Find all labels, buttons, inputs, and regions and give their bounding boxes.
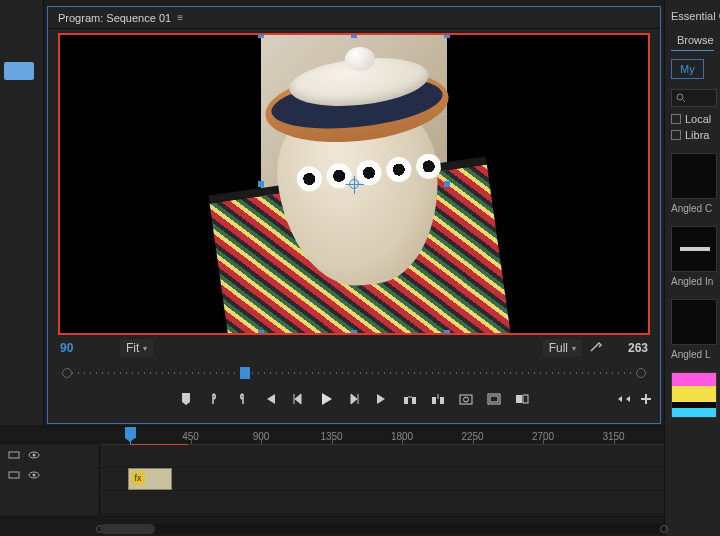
selection-handle[interactable] (444, 181, 450, 187)
add-marker-button[interactable] (178, 391, 194, 407)
selection-handle[interactable] (351, 330, 357, 335)
svg-rect-10 (516, 395, 522, 403)
svg-point-12 (677, 94, 683, 100)
track-toggle-row[interactable] (0, 445, 99, 465)
template-thumb[interactable] (671, 226, 717, 272)
go-to-in-button[interactable] (262, 391, 278, 407)
play-button[interactable] (318, 391, 334, 407)
fx-badge-icon: fx (131, 471, 145, 485)
checkbox-library[interactable]: Libra (671, 129, 720, 141)
svg-rect-3 (412, 397, 416, 404)
scrub-playhead[interactable] (240, 367, 250, 379)
template-thumb[interactable] (671, 153, 717, 199)
program-info-row: 90 Fit ▾ Full ▾ 263 (48, 335, 660, 357)
template-thumb[interactable] (671, 372, 717, 418)
mark-in-button[interactable] (206, 391, 222, 407)
timeline-panel: 45090013501800225027003150 fx (0, 426, 664, 536)
eye-icon[interactable] (28, 469, 40, 481)
comparison-view-button[interactable] (514, 391, 530, 407)
template-label: Angled In (671, 276, 720, 287)
svg-rect-11 (523, 395, 528, 403)
template-search-input[interactable] (671, 89, 717, 107)
quality-label: Full (549, 341, 568, 355)
quality-dropdown[interactable]: Full ▾ (543, 339, 582, 357)
selection-handle[interactable] (258, 181, 264, 187)
selection-handle[interactable] (258, 33, 264, 38)
checkbox-local[interactable]: Local (671, 113, 720, 125)
left-mini-tab[interactable] (4, 62, 34, 80)
zoom-handle-left[interactable] (62, 368, 72, 378)
track-header (0, 445, 100, 515)
toggle-sync-icon[interactable] (8, 469, 20, 481)
time-ruler[interactable]: 45090013501800225027003150 (100, 427, 664, 445)
program-title: Program: Sequence 01 (58, 12, 171, 24)
selection-handle[interactable] (351, 33, 357, 38)
zoom-label: Fit (126, 341, 139, 355)
button-editor-icon[interactable] (616, 391, 632, 407)
lift-button[interactable] (402, 391, 418, 407)
panel-menu-icon[interactable]: ≡ (177, 12, 183, 23)
eye-icon[interactable] (28, 449, 40, 461)
checkbox-label: Libra (685, 129, 709, 141)
video-frame[interactable] (261, 35, 447, 333)
safe-margins-button[interactable] (486, 391, 502, 407)
checkbox-label: Local (685, 113, 711, 125)
zoom-dropdown[interactable]: Fit ▾ (120, 339, 153, 357)
transport-controls (48, 381, 660, 413)
svg-rect-5 (440, 397, 444, 404)
motion-anchor-icon[interactable] (349, 179, 359, 189)
timeline-scrollbar[interactable] (100, 524, 664, 534)
template-label: Angled L (671, 349, 720, 360)
duration-timecode[interactable]: 263 (608, 341, 648, 355)
step-back-button[interactable] (290, 391, 306, 407)
add-button-icon[interactable] (638, 391, 654, 407)
program-scrubber[interactable] (62, 365, 646, 381)
program-viewer[interactable] (58, 33, 650, 335)
playhead-timecode[interactable]: 90 (60, 341, 120, 355)
go-to-out-button[interactable] (374, 391, 390, 407)
tab-browse[interactable]: Browse (671, 32, 714, 51)
essential-graphics-panel: Essential G Browse My Local Libra Angled… (664, 0, 720, 536)
chevron-down-icon: ▾ (143, 344, 147, 353)
program-monitor-panel: Program: Sequence 01 ≡ (47, 6, 661, 424)
selection-handle[interactable] (258, 330, 264, 335)
svg-rect-4 (432, 397, 436, 404)
svg-point-7 (464, 397, 469, 402)
zoom-handle-right[interactable] (636, 368, 646, 378)
selection-handle[interactable] (444, 33, 450, 38)
svg-rect-2 (404, 397, 408, 404)
svg-point-15 (33, 454, 36, 457)
chevron-down-icon: ▾ (572, 344, 576, 353)
zoom-handle-right[interactable] (660, 525, 668, 533)
toggle-sync-icon[interactable] (8, 449, 20, 461)
my-templates-button[interactable]: My (671, 59, 704, 79)
scrollbar-thumb[interactable] (100, 524, 155, 534)
svg-rect-13 (9, 452, 19, 458)
mark-out-button[interactable] (234, 391, 250, 407)
timeline-tracks[interactable]: fx (100, 445, 664, 515)
settings-wrench-icon[interactable] (588, 340, 602, 357)
svg-rect-16 (9, 472, 19, 478)
svg-rect-9 (490, 396, 498, 402)
extract-button[interactable] (430, 391, 446, 407)
export-frame-button[interactable] (458, 391, 474, 407)
panel-title: Essential G (665, 6, 720, 32)
template-thumb[interactable] (671, 299, 717, 345)
step-forward-button[interactable] (346, 391, 362, 407)
video-clip[interactable]: fx (128, 468, 172, 490)
template-label: Angled C (671, 203, 720, 214)
svg-rect-6 (460, 395, 472, 404)
selection-handle[interactable] (444, 330, 450, 335)
program-header[interactable]: Program: Sequence 01 ≡ (48, 7, 660, 29)
svg-point-18 (33, 474, 36, 477)
track-toggle-row[interactable] (0, 465, 99, 485)
search-icon (676, 93, 686, 103)
